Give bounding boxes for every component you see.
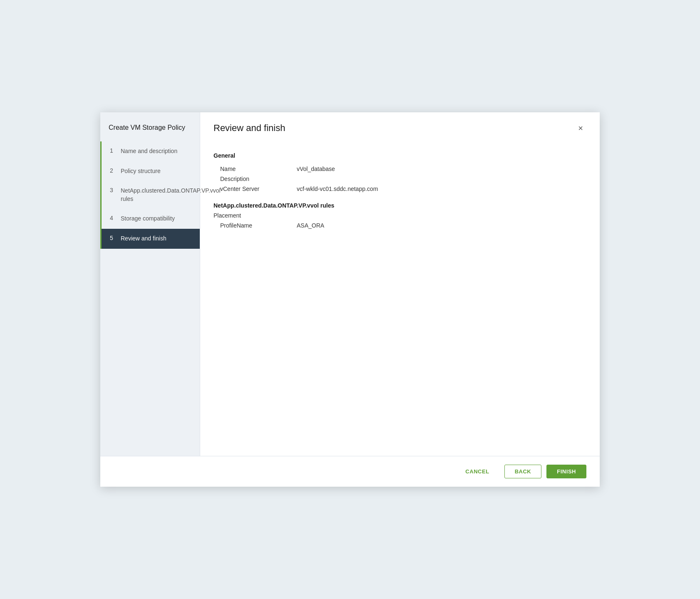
- sidebar-item-number-4: 4: [110, 215, 117, 221]
- dialog-footer: CANCEL BACK FINISH: [100, 456, 600, 487]
- name-row: Name vVol_database: [213, 164, 586, 174]
- description-label: Description: [213, 176, 297, 182]
- sidebar-item-label-2: Policy structure: [121, 167, 161, 176]
- sidebar-item-number-3: 3: [110, 187, 117, 193]
- dialog-body: Create VM Storage Policy 1 Name and desc…: [100, 112, 600, 456]
- sidebar-item-review-finish[interactable]: 5 Review and finish: [100, 229, 200, 249]
- sidebar-item-number-5: 5: [110, 235, 117, 241]
- profile-value: ASA_ORA: [297, 222, 324, 229]
- vcenter-row: vCenter Server vcf-wkld-vc01.sddc.netapp…: [213, 184, 586, 194]
- sidebar-item-vvol-rules[interactable]: 3 NetApp.clustered.Data.ONTAP.VP.vvol ru…: [100, 181, 200, 209]
- rules-heading: NetApp.clustered.Data.ONTAP.VP.vvol rule…: [213, 202, 586, 209]
- sidebar-item-label-1: Name and description: [121, 147, 177, 156]
- close-button[interactable]: ×: [575, 122, 586, 134]
- finish-button[interactable]: FINISH: [546, 465, 586, 478]
- create-vm-storage-policy-dialog: Create VM Storage Policy 1 Name and desc…: [100, 112, 600, 487]
- sidebar-item-name-description[interactable]: 1 Name and description: [100, 141, 200, 161]
- sidebar-item-number-2: 2: [110, 167, 117, 174]
- general-heading: General: [213, 152, 586, 159]
- sidebar-title: Create VM Storage Policy: [100, 112, 200, 141]
- name-value: vVol_database: [297, 166, 335, 172]
- cancel-button[interactable]: CANCEL: [455, 465, 499, 478]
- sidebar-item-policy-structure[interactable]: 2 Policy structure: [100, 161, 200, 181]
- sidebar-item-label-5: Review and finish: [121, 235, 166, 243]
- vcenter-value: vcf-wkld-vc01.sddc.netapp.com: [297, 186, 378, 192]
- main-body: General Name vVol_database Description v…: [200, 142, 600, 456]
- page-title: Review and finish: [213, 123, 285, 134]
- sidebar-item-number-1: 1: [110, 147, 117, 154]
- sidebar: Create VM Storage Policy 1 Name and desc…: [100, 112, 200, 456]
- back-button[interactable]: BACK: [504, 465, 542, 478]
- name-label: Name: [213, 166, 297, 172]
- main-header: Review and finish ×: [200, 112, 600, 142]
- profile-label: ProfileName: [213, 222, 297, 229]
- vcenter-label: vCenter Server: [213, 186, 297, 192]
- sidebar-item-label-4: Storage compatibility: [121, 215, 175, 223]
- sidebar-item-storage-compatibility[interactable]: 4 Storage compatibility: [100, 209, 200, 229]
- profile-row: ProfileName ASA_ORA: [213, 220, 586, 230]
- main-content: Review and finish × General Name vVol_da…: [200, 112, 600, 456]
- placement-label: Placement: [213, 212, 586, 219]
- description-row: Description: [213, 174, 586, 184]
